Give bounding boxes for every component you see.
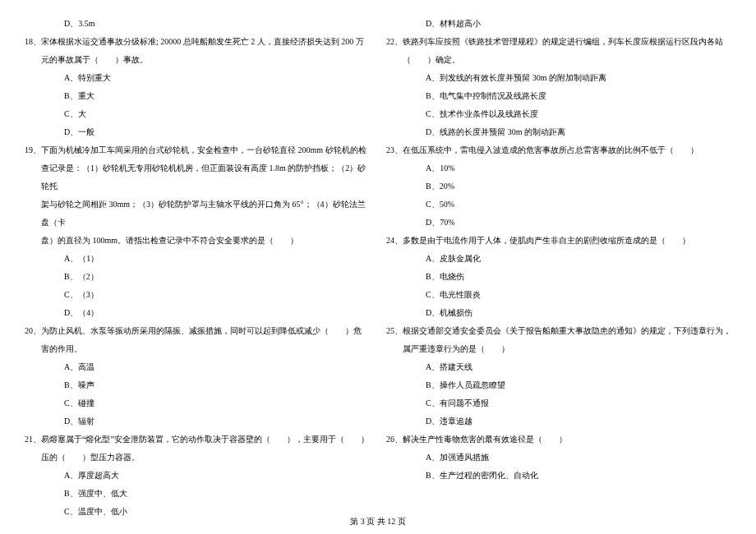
option-19a: A、（1） — [25, 250, 370, 268]
option-20d: D、辐射 — [25, 412, 370, 430]
option-26b: B、生产过程的密闭化、自动化 — [386, 467, 731, 485]
option-20b: B、噪声 — [25, 376, 370, 394]
option-20a: A、高温 — [25, 358, 370, 376]
question-20: 20、为防止风机、水泵等振动所采用的隔振、减振措施，同时可以起到降低或减少（ ）… — [25, 322, 370, 340]
question-21: 21、易熔塞属于“熔化型”安全泄防装置，它的动作取决于容器壁的（ ），主要用于（… — [25, 430, 370, 449]
option-18d: D、一般 — [25, 123, 370, 141]
option-23d: D、70% — [386, 214, 731, 232]
option-19b: B、（2） — [25, 268, 370, 286]
option-21d: D、材料超高小 — [386, 15, 731, 33]
option-19d: D、（4） — [25, 304, 370, 322]
option-18b: B、重大 — [25, 87, 370, 105]
option-24b: B、电烧伤 — [386, 268, 731, 286]
option-22d: D、线路的长度并预留 30m 的制动距离 — [386, 123, 731, 141]
option-21b: B、强度中、低大 — [25, 485, 370, 503]
option-25c: C、有问题不通报 — [386, 394, 731, 412]
option-19c: C、（3） — [25, 286, 370, 304]
question-19-cont3: 盘）的直径为 100mm。请指出检查记录中不符合安全要求的是（ ） — [25, 232, 370, 250]
question-19-cont2: 架与砂轮之间相距 30mm；（3）砂轮防护罩与主轴水平线的开口角为 65°；（4… — [25, 196, 370, 232]
option-20c: C、碰撞 — [25, 394, 370, 412]
question-23: 23、在低压系统中，雷电侵入波造成的危害事故所占总雷害事故的比例不低于（ ） — [386, 141, 731, 159]
option-25a: A、搭建天线 — [386, 358, 731, 376]
question-24: 24、多数是由于电流作用于人体，使肌肉产生非自主的剧烈收缩所造成的是（ ） — [386, 232, 731, 250]
question-18: 18、宋体根据水运交通事故分级标准; 20000 总吨船舶发生死亡 2 人，直接… — [25, 33, 370, 51]
option-26a: A、加强通风措施 — [386, 449, 731, 467]
option-18c: C、大 — [25, 105, 370, 123]
option-23c: C、50% — [386, 196, 731, 214]
right-column: D、材料超高小 22、铁路列车应按照《铁路技术管理规程》的规定进行编组，列车长度… — [386, 15, 731, 521]
option-22a: A、到发线的有效长度并预留 30m 的附加制动距离 — [386, 69, 731, 87]
page-content: D、3.5m 18、宋体根据水运交通事故分级标准; 20000 总吨船舶发生死亡… — [0, 0, 756, 521]
option-23b: B、20% — [386, 177, 731, 196]
question-26: 26、解决生产性毒物危害的最有效途径是（ ） — [386, 430, 731, 449]
option-22b: B、电气集中控制情况及线路长度 — [386, 87, 731, 105]
option-25b: B、操作人员疏忽瞭望 — [386, 376, 731, 394]
option-18a: A、特别重大 — [25, 69, 370, 87]
option-21a: A、厚度超高大 — [25, 467, 370, 485]
option-23a: A、10% — [386, 159, 731, 177]
question-22: 22、铁路列车应按照《铁路技术管理规程》的规定进行编组，列车长度应根据运行区段内… — [386, 33, 731, 51]
question-25: 25、根据交通部交通安全委员会《关于报告船舶重大事故隐患的通知》的规定，下列违章… — [386, 322, 731, 340]
option-24d: D、机械损伤 — [386, 304, 731, 322]
question-25-cont: 属严重违章行为的是（ ） — [386, 340, 731, 358]
option-24c: C、电光性眼炎 — [386, 286, 731, 304]
left-column: D、3.5m 18、宋体根据水运交通事故分级标准; 20000 总吨船舶发生死亡… — [25, 15, 370, 521]
question-19: 19、下面为机械冷加工车间采用的台式砂轮机，安全检查中，一台砂轮直径 200mm… — [25, 141, 370, 159]
question-19-cont1: 查记录是：（1）砂轮机无专用砂轮机机房，但正面装设有高度 1.8m 的防护挡板；… — [25, 159, 370, 196]
option-24a: A、皮肤金属化 — [386, 250, 731, 268]
question-18-cont: 元的事故属于（ ）事故。 — [25, 51, 370, 69]
question-22-cont: （ ）确定。 — [386, 51, 731, 69]
option-22c: C、技术作业条件以及线路长度 — [386, 105, 731, 123]
option-17d: D、3.5m — [25, 15, 370, 33]
question-20-cont: 害的作用。 — [25, 340, 370, 358]
page-footer: 第 3 页 共 12 页 — [0, 516, 756, 527]
option-25d: D、违章追越 — [386, 412, 731, 430]
question-21-cont: 压的（ ）型压力容器。 — [25, 449, 370, 467]
